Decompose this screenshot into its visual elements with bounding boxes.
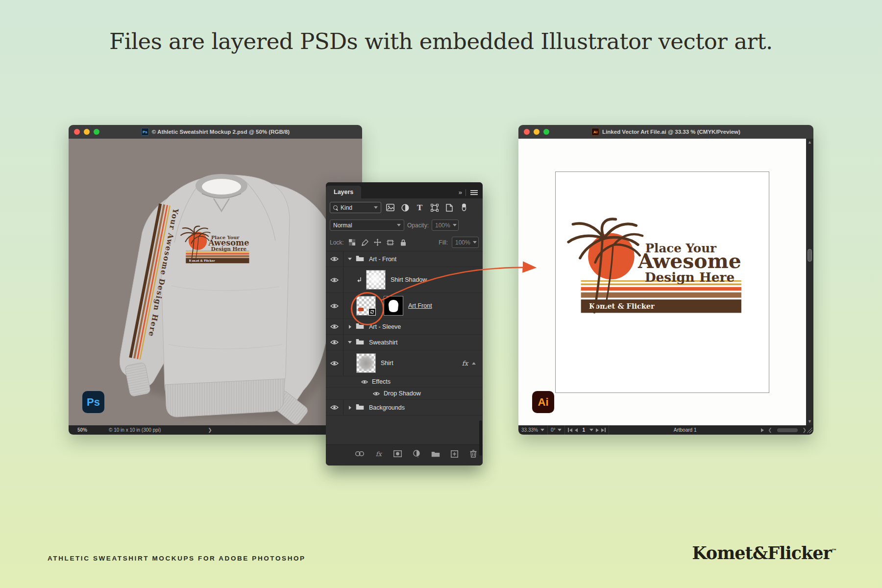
chevron-right-icon[interactable]: [347, 406, 353, 410]
layers-panel-toolbar: fx: [326, 444, 483, 463]
chevron-down-icon[interactable]: [347, 258, 353, 260]
layer-name[interactable]: Art Front: [408, 302, 432, 309]
fill-field[interactable]: 100%: [452, 237, 479, 248]
zoom-button[interactable]: [94, 129, 99, 135]
filter-type-layers-icon[interactable]: T: [414, 202, 425, 213]
lock-all-icon[interactable]: [399, 239, 408, 246]
visibility-toggle[interactable]: [326, 335, 343, 350]
ps-statusbar: 50% © 10 in x 10 in (300 ppi) ❯: [69, 425, 362, 435]
layer-name[interactable]: Shirt: [381, 360, 393, 367]
artboard-name: Artboard 1: [609, 427, 761, 433]
filter-smart-objects-icon[interactable]: [443, 202, 455, 213]
ps-status-chevron[interactable]: ❯: [208, 427, 212, 433]
effect-visibility-icon[interactable]: [373, 389, 380, 398]
visibility-toggle[interactable]: [326, 350, 343, 376]
add-mask-icon[interactable]: [393, 449, 402, 459]
opacity-field[interactable]: 100%: [432, 220, 459, 231]
chevron-down-icon[interactable]: [589, 429, 593, 431]
zoom-button[interactable]: [543, 129, 549, 135]
new-layer-icon[interactable]: [450, 449, 459, 459]
layer-row-shirt[interactable]: Shirt fx: [326, 350, 483, 376]
effect-label[interactable]: Drop Shadow: [384, 390, 421, 397]
last-artboard-button[interactable]: [601, 428, 606, 432]
hscrollbar-thumb[interactable]: [777, 428, 798, 432]
layers-filter-row: Kind T: [326, 198, 483, 217]
chevron-down-icon[interactable]: [558, 429, 562, 431]
footer-tagline: ATHLETIC SWEATSHIRT MOCKUPS FOR ADOBE PH…: [48, 555, 306, 562]
visibility-toggle[interactable]: [326, 293, 343, 318]
lock-row: Lock: Fill: 100%: [326, 234, 483, 251]
lock-transparency-icon[interactable]: [348, 239, 357, 246]
layer-row-sweatshirt-group[interactable]: Sweatshirt: [326, 335, 483, 350]
effects-label[interactable]: Effects: [372, 378, 391, 385]
visibility-toggle[interactable]: [326, 319, 343, 334]
prev-artboard-button[interactable]: [575, 428, 578, 432]
layer-name[interactable]: Shirt Shadow: [391, 276, 427, 283]
blend-mode-dropdown[interactable]: Normal: [330, 220, 404, 231]
layer-thumbnail[interactable]: [356, 353, 376, 373]
ps-zoom-level[interactable]: 50%: [77, 427, 87, 433]
status-arrow-icon[interactable]: [761, 428, 764, 432]
vertical-scrollbar[interactable]: ▲ ▼: [806, 139, 813, 425]
layer-styles-icon[interactable]: fx: [374, 449, 383, 459]
minimize-button[interactable]: [84, 129, 90, 135]
ai-rotation-value[interactable]: 0°: [551, 427, 556, 433]
delete-layer-icon[interactable]: [469, 449, 478, 459]
filter-kind-dropdown[interactable]: Kind: [330, 202, 381, 213]
ai-zoom-control[interactable]: 33.33%: [518, 425, 548, 435]
layer-thumbnail[interactable]: [366, 270, 386, 290]
panel-scrollbar-thumb[interactable]: [479, 420, 482, 456]
chevron-down-icon[interactable]: [347, 341, 353, 343]
clipping-mask-icon: [357, 275, 362, 284]
effects-visibility-icon[interactable]: [361, 377, 368, 386]
layer-row-art-sleeve-group[interactable]: Art - Sleeve: [326, 319, 483, 335]
hscroll-right-icon[interactable]: ❯: [803, 427, 807, 433]
visibility-toggle[interactable]: [326, 400, 343, 415]
scroll-down-icon[interactable]: ▼: [808, 419, 812, 424]
layer-name[interactable]: Backgrounds: [369, 404, 405, 411]
lock-pixels-icon[interactable]: [361, 239, 369, 246]
close-button[interactable]: [524, 129, 530, 135]
layer-row-effects[interactable]: Effects: [326, 376, 483, 388]
chevron-right-icon[interactable]: [347, 325, 353, 329]
scroll-up-icon[interactable]: ▲: [808, 140, 812, 145]
ai-rotation-control[interactable]: 0°: [548, 425, 565, 435]
filter-adjustment-layers-icon[interactable]: [399, 202, 411, 213]
visibility-toggle[interactable]: [326, 251, 343, 267]
layer-row-art-front-group[interactable]: Art - Front: [326, 251, 483, 267]
fx-badge[interactable]: fx: [462, 360, 468, 367]
next-artboard-button[interactable]: [596, 428, 599, 432]
layer-name[interactable]: Art - Sleeve: [369, 323, 401, 330]
ai-zoom-level[interactable]: 33.33%: [521, 427, 538, 433]
layer-row-drop-shadow[interactable]: Drop Shadow: [326, 388, 483, 400]
collapse-panel-icon[interactable]: »: [459, 189, 461, 196]
visibility-toggle[interactable]: [326, 267, 343, 293]
filter-pixel-layers-icon[interactable]: [385, 202, 396, 213]
layer-row-backgrounds-group[interactable]: Backgrounds: [326, 400, 483, 416]
chevron-down-icon[interactable]: [540, 429, 544, 431]
minimize-button[interactable]: [534, 129, 539, 135]
close-button[interactable]: [74, 129, 80, 135]
filter-pin-icon[interactable]: [458, 202, 469, 213]
window-controls: [74, 129, 99, 135]
filter-shape-layers-icon[interactable]: [429, 202, 440, 213]
layer-name[interactable]: Art - Front: [369, 256, 396, 263]
panel-menu-icon[interactable]: [470, 189, 478, 196]
link-layers-icon[interactable]: [355, 449, 364, 459]
lock-artboard-icon[interactable]: [386, 239, 395, 246]
new-group-icon[interactable]: [431, 449, 440, 459]
layer-mask-thumbnail[interactable]: [384, 296, 403, 316]
artboard-number-field[interactable]: 1: [580, 427, 587, 433]
folder-icon: [356, 338, 364, 347]
layer-row-shirt-shadow[interactable]: Shirt Shadow: [326, 267, 483, 293]
resize-grip[interactable]: [807, 427, 812, 433]
adjustment-layer-icon[interactable]: [412, 449, 421, 459]
layer-name[interactable]: Sweatshirt: [369, 339, 397, 346]
first-artboard-button[interactable]: [568, 428, 572, 432]
tab-layers[interactable]: Layers: [326, 186, 361, 198]
layer-row-art-front[interactable]: Art Front: [326, 293, 483, 319]
scrollbar-thumb[interactable]: [808, 249, 812, 262]
hscroll-left-icon[interactable]: ❮: [768, 427, 772, 433]
chevron-up-icon[interactable]: [472, 362, 476, 365]
lock-position-icon[interactable]: [373, 239, 382, 246]
